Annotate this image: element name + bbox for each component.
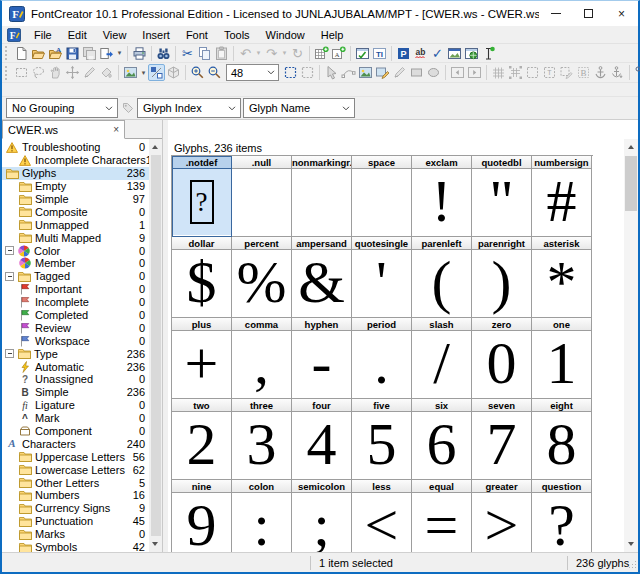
- glyph-cell-colon[interactable]: colon:: [232, 480, 292, 552]
- tree-item-workspace[interactable]: Workspace0: [2, 334, 149, 347]
- open-installed-font-button[interactable]: A: [47, 45, 64, 62]
- glyph-cell-period[interactable]: period.: [352, 318, 412, 399]
- scroll-down-icon[interactable]: [152, 542, 158, 546]
- scroll-up-icon[interactable]: [152, 145, 158, 149]
- tree-item-mark[interactable]: ^Mark0: [2, 412, 149, 425]
- tab-close-icon[interactable]: ×: [113, 125, 119, 135]
- glyph-cell-equal[interactable]: equal=: [412, 480, 472, 552]
- copy-button[interactable]: [196, 45, 213, 62]
- tree-item-marks[interactable]: Marks0: [2, 528, 149, 541]
- zoom-in-button[interactable]: [189, 64, 206, 81]
- tree-item-tagged[interactable]: Tagged0: [2, 270, 149, 283]
- tree-item-numbers[interactable]: Numbers16: [2, 489, 149, 502]
- background-image-button[interactable]: [122, 64, 139, 81]
- glyph-cell-less[interactable]: less<: [352, 480, 412, 552]
- glyph-cell-parenleft[interactable]: parenleft(: [412, 237, 472, 318]
- zoom-out-button[interactable]: [206, 64, 223, 81]
- toolbar-grip[interactable]: [5, 66, 10, 80]
- cut-button[interactable]: ✂: [179, 45, 196, 62]
- glyph-cell-nine[interactable]: nine9: [172, 480, 232, 552]
- glyph-cell-six[interactable]: six6: [412, 399, 472, 480]
- glyph-cell-slash[interactable]: slash/: [412, 318, 472, 399]
- toolbar-grip[interactable]: [5, 46, 10, 60]
- find-button[interactable]: [155, 45, 172, 62]
- tree-item-unassigned[interactable]: ?Unassigned0: [2, 373, 149, 386]
- insert-sample-text-button[interactable]: [480, 45, 497, 62]
- glyph-properties-button[interactable]: P: [395, 45, 412, 62]
- save-font-button[interactable]: [64, 45, 81, 62]
- glyph-cell-comma[interactable]: comma,: [232, 318, 292, 399]
- tree-item-color[interactable]: Color0: [2, 244, 149, 257]
- glyph-cell-seven[interactable]: seven7: [472, 399, 532, 480]
- menu-font[interactable]: Font: [178, 26, 216, 43]
- export-font-button[interactable]: [98, 45, 115, 62]
- tree-item-important[interactable]: Important0: [2, 283, 149, 296]
- glyph-cell-three[interactable]: three3: [232, 399, 292, 480]
- test-font-button[interactable]: [354, 45, 371, 62]
- glyph-cell-quotedbl[interactable]: quotedbl": [472, 156, 532, 237]
- sort-primary-combobox[interactable]: Glyph Index: [137, 98, 241, 118]
- menu-insert[interactable]: Insert: [134, 26, 178, 43]
- minimize-button[interactable]: [539, 1, 572, 26]
- tree-item-simple[interactable]: BSimple236: [2, 386, 149, 399]
- tree-item-ligature[interactable]: fiLigature0: [2, 399, 149, 412]
- tree-item-simple[interactable]: Simple97: [2, 193, 149, 206]
- zoom-level-combobox[interactable]: 48: [226, 64, 279, 81]
- glyph-cell-plus[interactable]: plus+: [172, 318, 232, 399]
- collapse-icon[interactable]: [5, 246, 14, 255]
- tree-item-multi-mapped[interactable]: Multi Mapped9: [2, 231, 149, 244]
- spelling-button[interactable]: ab: [412, 45, 429, 62]
- tree-item-other-letters[interactable]: Other Letters5: [2, 476, 149, 489]
- scroll-down-icon[interactable]: [628, 542, 634, 546]
- glyph-cell-dollar[interactable]: dollar$: [172, 237, 232, 318]
- edit-image-button[interactable]: [374, 64, 391, 81]
- tree-item-completed[interactable]: Completed0: [2, 309, 149, 322]
- tree-item-punctuation[interactable]: Punctuation45: [2, 515, 149, 528]
- scroll-up-icon[interactable]: [628, 145, 634, 149]
- glyph-cell-space[interactable]: space: [352, 156, 412, 237]
- tree-item-component[interactable]: Component0: [2, 425, 149, 438]
- tree-item-uppercase-letters[interactable]: Uppercase Letters56: [2, 450, 149, 463]
- glyph-cell-five[interactable]: five5: [352, 399, 412, 480]
- tree-item-characters[interactable]: ACharacters240: [2, 437, 149, 450]
- collapse-icon[interactable]: [5, 349, 14, 358]
- glyph-cell-eight[interactable]: eight8: [532, 399, 592, 480]
- menu-window[interactable]: Window: [258, 26, 313, 43]
- maximize-button[interactable]: [572, 1, 605, 26]
- grouping-combobox[interactable]: No Grouping: [6, 98, 118, 118]
- glyph-cell-nonmarkingr[interactable]: nonmarkingr...: [292, 156, 352, 237]
- glyph-cell-parenright[interactable]: parenright): [472, 237, 532, 318]
- tree-scrollbar-thumb[interactable]: [151, 155, 161, 536]
- menu-view[interactable]: View: [95, 26, 135, 43]
- glyph-cell-asterisk[interactable]: asterisk*: [532, 237, 592, 318]
- tree-scrollbar[interactable]: [149, 139, 162, 552]
- browser-preview-button[interactable]: [463, 45, 480, 62]
- tree-item-composite[interactable]: Composite0: [2, 205, 149, 218]
- collapse-icon[interactable]: [5, 272, 14, 281]
- glyph-cell-notdef[interactable]: .notdef?: [172, 156, 232, 237]
- insert-characters-button[interactable]: A: [330, 45, 347, 62]
- tree-item-empty[interactable]: Empty139: [2, 180, 149, 193]
- glyph-scrollbar-thumb[interactable]: [625, 156, 637, 211]
- glyph-cell-semicolon[interactable]: semicolon;: [292, 480, 352, 552]
- toggle-overlay-button[interactable]: [148, 64, 165, 81]
- tree-item-member[interactable]: Member0: [2, 257, 149, 270]
- link-contours-button[interactable]: [633, 64, 640, 81]
- glyph-cell-two[interactable]: two2: [172, 399, 232, 480]
- open-font-button[interactable]: [30, 45, 47, 62]
- print-button[interactable]: [131, 45, 148, 62]
- sort-secondary-combobox[interactable]: Glyph Name: [243, 98, 355, 118]
- glyph-cell-exclam[interactable]: exclam!: [412, 156, 472, 237]
- tree-item-lowercase-letters[interactable]: Lowercase Letters62: [2, 463, 149, 476]
- glyph-cell-zero[interactable]: zero0: [472, 318, 532, 399]
- font-properties-button[interactable]: TI: [371, 45, 388, 62]
- glyph-cell-ampersand[interactable]: ampersand&: [292, 237, 352, 318]
- glyph-cell-four[interactable]: four4: [292, 399, 352, 480]
- glyph-cell-numbersign[interactable]: numbersign#: [532, 156, 592, 237]
- tree-item-glyphs[interactable]: Glyphs236: [2, 167, 149, 180]
- insert-glyphs-button[interactable]: [313, 45, 330, 62]
- image-tool-button[interactable]: [357, 64, 374, 81]
- glyph-cell-greater[interactable]: greater>: [472, 480, 532, 552]
- new-font-button[interactable]: [13, 45, 30, 62]
- glyph-grid-scrollbar[interactable]: [624, 139, 638, 552]
